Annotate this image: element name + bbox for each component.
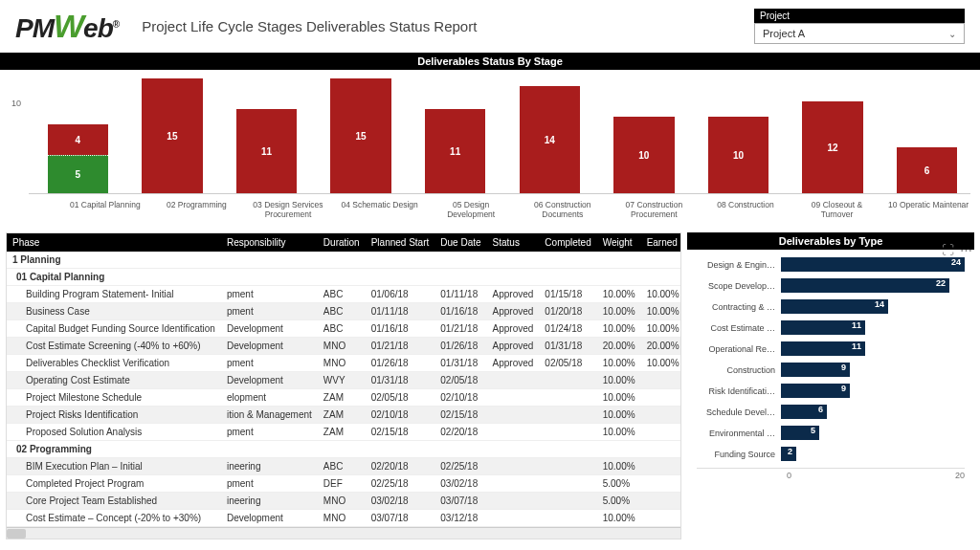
bar-category-label: 05 Design Development xyxy=(429,200,513,219)
hbar-bar[interactable]: 14 xyxy=(781,299,888,314)
hbar-label: Scope Develop… xyxy=(697,281,781,291)
hbar-label: Design & Engin… xyxy=(697,260,781,270)
hbar-bar[interactable]: 9 xyxy=(781,363,850,377)
hbar-value: 24 xyxy=(951,257,961,267)
column-header[interactable]: Phase xyxy=(7,233,221,252)
bar-segment-pending[interactable]: 11 xyxy=(425,109,485,193)
hbar-bar[interactable]: 11 xyxy=(781,341,865,356)
column-header[interactable]: Earned xyxy=(641,233,681,252)
column-header[interactable]: Planned Start xyxy=(366,233,435,252)
hbar-label: Funding Source xyxy=(697,450,781,459)
bar-segment-approved[interactable]: 5 xyxy=(48,155,108,193)
hbar-value: 9 xyxy=(841,363,846,372)
deliverables-table[interactable]: PhaseResponsibilityDurationPlanned Start… xyxy=(6,232,681,539)
stage-bar-chart[interactable]: 10 5415111511141010126 01 Capital Planni… xyxy=(0,70,980,232)
table-row[interactable]: Project Risks Identificationition & Mana… xyxy=(7,407,681,424)
bar-segment-pending[interactable]: 15 xyxy=(142,78,202,193)
bar-segment-pending[interactable]: 10 xyxy=(708,117,768,193)
table-row[interactable]: Cost Estimate – Concept (-20% to +30%)De… xyxy=(7,510,681,527)
hbar-bar[interactable]: 6 xyxy=(781,405,827,419)
table-row[interactable]: Business CasepmentABC01/11/1801/16/18App… xyxy=(7,303,681,320)
subgroup-row[interactable]: 02 Programming xyxy=(7,441,681,458)
bar-category-label: 01 Capital Planning xyxy=(63,200,147,219)
table-row[interactable]: Capital Budget Funding Source Identifica… xyxy=(7,320,681,338)
bar-category-label: 10 Operatic Maintenar xyxy=(886,200,970,219)
bar-segment-pending[interactable]: 11 xyxy=(236,109,297,193)
hbar-label: Operational Re… xyxy=(697,344,781,354)
hbar-bar[interactable]: 5 xyxy=(781,426,819,440)
hbar-value: 6 xyxy=(818,405,823,414)
table-row[interactable]: Operating Cost EstimateDevelopmentWVY01/… xyxy=(7,372,681,389)
hbar-bar[interactable]: 11 xyxy=(781,320,865,335)
hbar-value: 5 xyxy=(811,426,815,435)
table-row[interactable]: Building Program Statement- Initialpment… xyxy=(7,286,681,303)
bar-segment-pending[interactable]: 15 xyxy=(330,78,390,193)
hbar-value: 2 xyxy=(788,447,792,456)
bar-category-label: 08 Construction xyxy=(703,200,788,219)
hbar-value: 9 xyxy=(841,384,846,393)
hbar-label: Contracting & … xyxy=(697,302,781,312)
table-row[interactable]: Project Milestone ScheduleelopmentZAM02/… xyxy=(7,389,681,407)
hbar-bar[interactable]: 22 xyxy=(781,278,949,293)
group-row[interactable]: 1 Planning xyxy=(7,252,681,269)
hbar-label: Environmental … xyxy=(697,429,781,438)
hbar-label: Schedule Devel… xyxy=(697,407,781,417)
column-header[interactable]: Status xyxy=(487,233,540,252)
hbar-value: 22 xyxy=(936,278,946,288)
x-axis-tick: 20 xyxy=(955,471,965,480)
project-dropdown-value: Project A xyxy=(763,28,805,39)
project-filter-label: Project xyxy=(754,9,965,23)
column-header[interactable]: Due Date xyxy=(434,233,486,252)
project-dropdown[interactable]: Project A ⌄ xyxy=(754,23,965,44)
focus-mode-icon[interactable]: ⛶ xyxy=(942,243,954,257)
bar-segment-pending[interactable]: 4 xyxy=(48,124,108,155)
bar-category-label: 07 Construction Procurement xyxy=(612,200,697,219)
column-header[interactable]: Completed xyxy=(539,233,596,252)
hbar-label: Risk Identificati… xyxy=(697,386,781,396)
page-title: Project Life Cycle Stages Deliverables S… xyxy=(142,18,731,34)
column-header[interactable]: Weight xyxy=(597,233,641,252)
bar-category-label: 02 Programming xyxy=(155,200,239,219)
table-row[interactable]: Deliverables Checklist Verificationpment… xyxy=(7,355,681,372)
hbar-value: 14 xyxy=(875,299,884,309)
hbar-bar[interactable]: 24 xyxy=(781,257,965,272)
type-bar-chart[interactable]: Design & Engin…24Scope Develop…22Contrac… xyxy=(687,250,974,484)
hbar-label: Construction xyxy=(697,365,781,375)
stage-chart-title: Deliverables Status By Stage xyxy=(0,53,980,70)
bar-segment-pending[interactable]: 12 xyxy=(802,101,862,193)
logo: PMWeb® xyxy=(15,8,119,45)
bar-segment-pending[interactable]: 10 xyxy=(613,117,674,193)
hbar-label: Cost Estimate … xyxy=(697,323,781,333)
hbar-bar[interactable]: 2 xyxy=(781,447,796,461)
hbar-value: 11 xyxy=(852,320,861,330)
x-axis-tick: 0 xyxy=(787,471,791,480)
subgroup-row[interactable]: 01 Capital Planning xyxy=(7,269,681,286)
more-options-icon[interactable]: ⋯ xyxy=(960,243,972,257)
hbar-bar[interactable]: 9 xyxy=(781,384,850,398)
bar-category-label: 03 Design Services Procurement xyxy=(246,200,330,219)
column-header[interactable]: Duration xyxy=(318,233,366,252)
table-row[interactable]: Completed Project ProgrampmentDEF02/25/1… xyxy=(7,475,681,493)
bar-segment-pending[interactable]: 6 xyxy=(897,147,957,193)
column-header[interactable]: Responsibility xyxy=(221,233,318,252)
type-chart-title: Deliverables by Type xyxy=(687,232,974,250)
bar-category-label: 04 Schematic Design xyxy=(338,200,422,219)
bar-segment-pending[interactable]: 14 xyxy=(520,86,580,193)
table-row[interactable]: Proposed Solution AnalysispmentZAM02/15/… xyxy=(7,424,681,441)
y-axis-tick: 10 xyxy=(11,99,21,108)
bar-category-label: 09 Closeout & Turnover xyxy=(795,200,880,219)
table-row[interactable]: Cost Estimate Screening (-40% to +60%)De… xyxy=(7,338,681,355)
table-row[interactable]: Core Project Team EstablishedineeringMNO… xyxy=(7,493,681,510)
bar-category-label: 06 Construction Documents xyxy=(521,200,605,219)
hbar-value: 11 xyxy=(852,341,861,351)
horizontal-scrollbar[interactable] xyxy=(7,527,680,539)
table-row[interactable]: BIM Execution Plan – InitialineeringABC0… xyxy=(7,458,681,475)
chevron-down-icon: ⌄ xyxy=(948,29,956,39)
